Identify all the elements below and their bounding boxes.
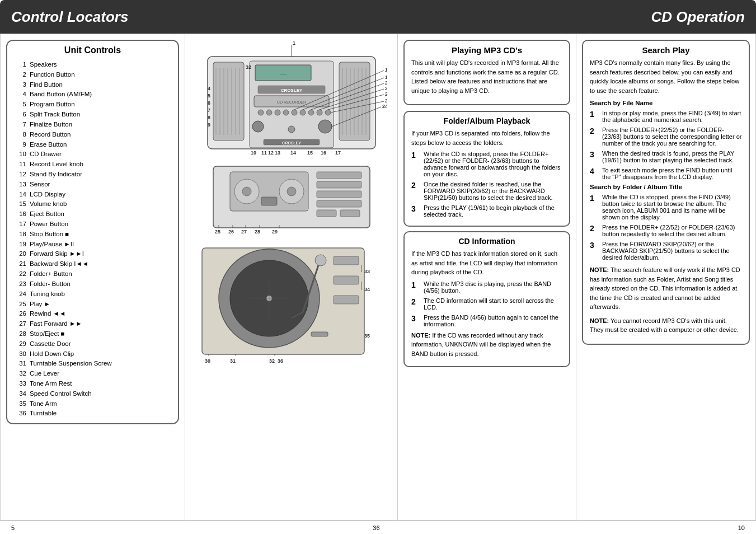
svg-text:5: 5 bbox=[208, 93, 210, 99]
svg-text:20: 20 bbox=[385, 80, 387, 86]
control-item: 34Speed Control Switch bbox=[14, 389, 171, 399]
control-item: 12Stand By Indicator bbox=[14, 170, 171, 180]
svg-rect-103 bbox=[311, 332, 328, 336]
device-mid-area: 25 26 27 28 29 bbox=[196, 163, 387, 241]
control-item: 1Speakers bbox=[14, 60, 171, 70]
control-item: 11Record Level knob bbox=[14, 160, 171, 170]
control-item: 4Band Button (AM/FM) bbox=[14, 90, 171, 100]
control-item: 9Erase Button bbox=[14, 140, 171, 150]
control-item: 7Finalize Button bbox=[14, 120, 171, 130]
search-note-2: NOTE: You cannot record MP3 CD's with th… bbox=[590, 316, 742, 335]
svg-text:12: 12 bbox=[268, 150, 274, 156]
control-item: 33Tone Arm Rest bbox=[14, 379, 171, 389]
control-item: 18Stop Button ■ bbox=[14, 229, 171, 240]
svg-text:16: 16 bbox=[321, 150, 326, 156]
control-item: 17Power Button bbox=[14, 219, 171, 229]
svg-text:35: 35 bbox=[364, 333, 370, 339]
search-file-steps: 1In stop or play mode, press the FIND (3… bbox=[590, 110, 742, 180]
svg-point-29 bbox=[300, 110, 306, 115]
search-folder-step: 2Press the FOLDER+ (22/52) or FOLDER-(23… bbox=[590, 224, 742, 237]
svg-text:10: 10 bbox=[251, 150, 256, 156]
svg-text:32: 32 bbox=[269, 358, 275, 364]
cd-step: 3Press the BAND (4/56) button again to c… bbox=[411, 314, 562, 327]
footer-page-left: 5 bbox=[11, 524, 15, 531]
folder-album-desc: If your MP3 CD is separated into folders… bbox=[411, 129, 562, 147]
svg-point-30 bbox=[308, 110, 314, 115]
svg-point-98 bbox=[315, 255, 326, 266]
control-item: 26Rewind ◄◄ bbox=[14, 309, 171, 319]
cd-operation-title: CD Operation bbox=[651, 8, 745, 26]
svg-text:34: 34 bbox=[364, 287, 370, 292]
svg-text:14: 14 bbox=[290, 150, 296, 156]
control-item: 14LCD Display bbox=[14, 190, 171, 200]
control-item: 8Record Button bbox=[14, 130, 171, 140]
folder-steps: 1While the CD is stopped, press the FOLD… bbox=[411, 151, 562, 218]
svg-rect-102 bbox=[334, 296, 359, 304]
svg-rect-101 bbox=[334, 276, 359, 284]
svg-text:33: 33 bbox=[364, 269, 370, 274]
control-item: 6Split Track Button bbox=[14, 110, 171, 120]
svg-point-26 bbox=[275, 110, 280, 115]
svg-text:36: 36 bbox=[278, 358, 283, 364]
control-item: 5Program Button bbox=[14, 100, 171, 110]
control-item: 25Play ► bbox=[14, 299, 171, 310]
svg-text:31: 31 bbox=[230, 358, 236, 364]
search-play-desc: MP3 CD's normally contain many files. By… bbox=[590, 58, 742, 95]
svg-text:4: 4 bbox=[208, 86, 210, 91]
controls-list: 1Speakers2Function Button3Find Button4Ba… bbox=[14, 60, 171, 419]
search-play-title: Search Play bbox=[590, 45, 742, 55]
control-item: 35Tone Arm bbox=[14, 399, 171, 409]
control-item: 31Turntable Suspension Screw bbox=[14, 359, 171, 369]
control-item: 10CD Drawer bbox=[14, 149, 171, 160]
control-item: 15Volume knob bbox=[14, 199, 171, 209]
svg-point-28 bbox=[292, 110, 297, 115]
playing-mp3-desc: This unit will play CD's recorded in MP3… bbox=[411, 58, 562, 95]
svg-point-25 bbox=[266, 110, 272, 115]
header-left: Control Locators bbox=[0, 0, 378, 34]
control-item: 32Cue Lever bbox=[14, 369, 171, 379]
svg-point-75 bbox=[287, 187, 296, 196]
svg-text:17: 17 bbox=[335, 150, 341, 156]
svg-text:27: 27 bbox=[241, 229, 247, 235]
search-folder-title: Search by Folder / Album Title bbox=[590, 184, 742, 190]
cd-info-desc: If the MP3 CD has track information stor… bbox=[411, 249, 562, 277]
svg-rect-77 bbox=[317, 172, 361, 179]
folder-step: 3Press the PLAY (19/61) to begin playbac… bbox=[411, 204, 562, 218]
folder-step: 2Once the desired folder is reached, use… bbox=[411, 181, 562, 201]
cd-info-box: CD Information If the MP3 CD has track i… bbox=[403, 231, 570, 367]
footer: 5 36 10 bbox=[0, 521, 756, 534]
control-item: 28Stop/Eject ■ bbox=[14, 329, 171, 339]
svg-text:23: 23 bbox=[385, 98, 387, 104]
search-file-name-title: Search by File Name bbox=[590, 100, 742, 106]
search-folder-step: 1While the CD is stopped, press the FIND… bbox=[590, 194, 742, 221]
device-top-svg: CROSLEY --:-- CD RECORDER bbox=[196, 40, 387, 157]
svg-text:28: 28 bbox=[255, 229, 260, 235]
device-mid-svg: 25 26 27 28 29 bbox=[196, 163, 387, 239]
svg-text:19: 19 bbox=[385, 74, 387, 80]
control-item: 2Function Button bbox=[14, 70, 171, 80]
svg-point-31 bbox=[317, 110, 322, 115]
svg-rect-81 bbox=[317, 210, 336, 217]
control-item: 27Fast Forward ►► bbox=[14, 319, 171, 329]
control-item: 30Hold Down Clip bbox=[14, 349, 171, 359]
search-play-box: Search Play MP3 CD's normally contain ma… bbox=[582, 40, 750, 345]
svg-text:15: 15 bbox=[307, 150, 313, 156]
svg-text:30: 30 bbox=[205, 358, 210, 364]
svg-text:CROSLEY: CROSLEY bbox=[280, 88, 302, 93]
svg-point-32 bbox=[325, 110, 331, 115]
svg-rect-78 bbox=[317, 181, 361, 188]
search-file-step: 1In stop or play mode, press the FIND (3… bbox=[590, 110, 742, 123]
svg-rect-80 bbox=[317, 200, 361, 207]
svg-text:18: 18 bbox=[385, 67, 387, 73]
folder-album-title: Folder/Album Playback bbox=[411, 116, 562, 125]
svg-text:6: 6 bbox=[208, 100, 210, 106]
unit-controls-box: Unit Controls 1Speakers2Function Button3… bbox=[6, 40, 179, 424]
search-note-1: NOTE: The search feature will only work … bbox=[590, 265, 742, 312]
cd-info-title: CD Information bbox=[411, 237, 562, 246]
control-item: 16Eject Button bbox=[14, 209, 171, 219]
svg-text:29: 29 bbox=[272, 229, 278, 235]
svg-text:22: 22 bbox=[385, 91, 387, 97]
cd-info-note: NOTE: If the CD was recorded without any… bbox=[411, 331, 562, 359]
control-item: 22Folder+ Button bbox=[14, 269, 171, 279]
svg-rect-76 bbox=[261, 197, 277, 205]
